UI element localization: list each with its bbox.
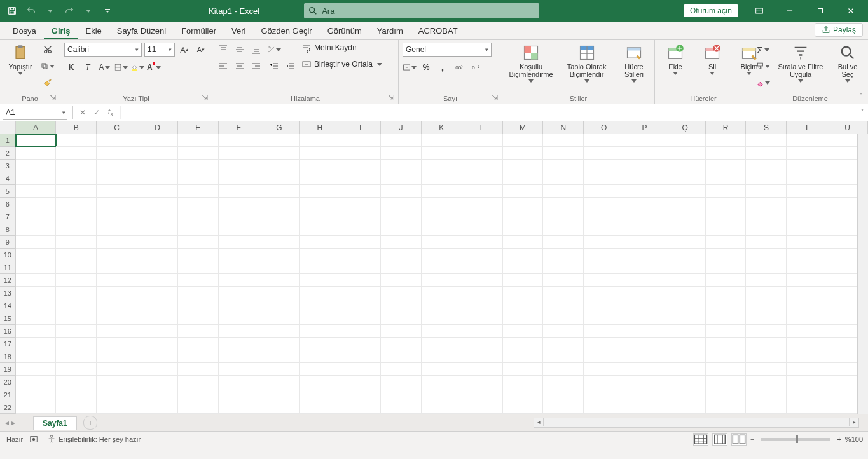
new-sheet-button[interactable]: ＋ [83, 416, 97, 430]
cell[interactable] [746, 198, 787, 210]
insert-function-icon[interactable]: fx [104, 106, 118, 120]
column-header[interactable]: F [219, 121, 259, 134]
cell[interactable] [665, 299, 706, 312]
cell[interactable] [665, 350, 706, 363]
undo-dropdown-icon[interactable] [42, 3, 59, 19]
cell[interactable] [706, 350, 747, 363]
cell[interactable] [259, 210, 300, 223]
cell[interactable] [219, 274, 259, 287]
cell[interactable] [462, 172, 503, 185]
cell[interactable] [300, 210, 340, 223]
cell[interactable] [624, 160, 665, 172]
enter-formula-icon[interactable]: ✓ [90, 106, 104, 120]
cell[interactable] [219, 249, 259, 261]
cell[interactable] [97, 210, 137, 223]
cell[interactable] [624, 312, 665, 325]
cell[interactable] [219, 363, 259, 376]
cell[interactable] [665, 134, 706, 147]
cell-styles-button[interactable]: Hücre Stilleri [617, 43, 651, 84]
cell[interactable] [137, 185, 178, 198]
column-header[interactable]: J [381, 121, 422, 134]
cell[interactable] [422, 274, 462, 287]
cell[interactable] [706, 160, 747, 172]
row-header[interactable]: 4 [0, 172, 16, 185]
cell[interactable] [746, 338, 787, 350]
undo-icon[interactable] [23, 3, 39, 19]
cell[interactable] [787, 249, 827, 261]
cell[interactable] [787, 299, 827, 312]
cell[interactable] [746, 160, 787, 172]
cell[interactable] [340, 249, 381, 261]
cell[interactable] [97, 363, 137, 376]
cell[interactable] [56, 198, 97, 210]
zoom-out-button[interactable]: − [750, 435, 754, 443]
cell[interactable] [16, 287, 57, 299]
cell[interactable] [56, 274, 97, 287]
row-header[interactable]: 21 [0, 388, 16, 401]
cell[interactable] [381, 172, 422, 185]
tab-ekle[interactable]: Ekle [78, 23, 109, 39]
cell[interactable] [503, 160, 544, 172]
row-header[interactable]: 18 [0, 350, 16, 363]
cell[interactable] [178, 223, 219, 236]
cell[interactable] [584, 261, 624, 274]
insert-cells-button[interactable]: Ekle [659, 43, 692, 76]
cell[interactable] [503, 198, 544, 210]
cell[interactable] [422, 401, 462, 414]
cell[interactable] [16, 223, 57, 236]
cell[interactable] [381, 236, 422, 249]
cell[interactable] [381, 223, 422, 236]
cell[interactable] [422, 376, 462, 388]
column-header[interactable]: A [16, 121, 57, 134]
cell[interactable] [16, 172, 57, 185]
cell[interactable] [381, 401, 422, 414]
cell[interactable] [746, 172, 787, 185]
cell[interactable] [706, 338, 747, 350]
cell[interactable] [706, 236, 747, 249]
cell[interactable] [706, 363, 747, 376]
cell[interactable] [178, 299, 219, 312]
cell[interactable] [178, 172, 219, 185]
row-header[interactable]: 11 [0, 261, 16, 274]
cell[interactable] [137, 274, 178, 287]
cell[interactable] [340, 185, 381, 198]
cell[interactable] [137, 147, 178, 160]
cell[interactable] [381, 312, 422, 325]
cell[interactable] [706, 185, 747, 198]
cell[interactable] [665, 223, 706, 236]
cell[interactable] [16, 401, 57, 414]
cell[interactable] [340, 312, 381, 325]
cell[interactable] [543, 147, 584, 160]
tab-formuller[interactable]: Formüller [174, 23, 224, 39]
cell[interactable] [16, 147, 57, 160]
cell[interactable] [97, 198, 137, 210]
cell[interactable] [300, 287, 340, 299]
cell[interactable] [97, 261, 137, 274]
cell[interactable] [746, 350, 787, 363]
sheet-nav-prev-icon[interactable]: ◂ [5, 418, 9, 427]
cell[interactable] [462, 223, 503, 236]
cell[interactable] [259, 325, 300, 338]
maximize-icon[interactable] [806, 0, 835, 22]
cell[interactable] [503, 287, 544, 299]
column-header[interactable]: N [543, 121, 584, 134]
cell[interactable] [219, 312, 259, 325]
cell[interactable] [706, 376, 747, 388]
cell[interactable] [422, 299, 462, 312]
column-header[interactable]: U [827, 121, 868, 134]
cell[interactable] [340, 350, 381, 363]
cut-button[interactable] [41, 43, 55, 57]
formula-input[interactable] [120, 106, 857, 119]
accounting-format-button[interactable] [403, 60, 417, 74]
cell[interactable] [422, 287, 462, 299]
zoom-slider[interactable] [761, 438, 830, 441]
row-header[interactable]: 9 [0, 236, 16, 249]
column-header[interactable]: T [787, 121, 827, 134]
cell[interactable] [706, 261, 747, 274]
cell[interactable] [624, 350, 665, 363]
close-icon[interactable] [836, 0, 865, 22]
cell[interactable] [584, 299, 624, 312]
cell[interactable] [16, 363, 57, 376]
cell[interactable] [706, 299, 747, 312]
cell[interactable] [746, 274, 787, 287]
